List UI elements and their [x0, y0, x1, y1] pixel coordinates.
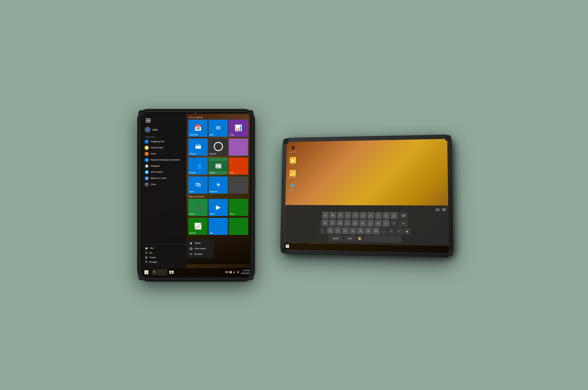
- svg-rect-8: [286, 244, 287, 246]
- new-folder-icon: 📂: [289, 170, 296, 176]
- start-button[interactable]: [142, 268, 151, 277]
- tile-onenote[interactable]: One...: [229, 158, 248, 175]
- key-b[interactable]: b: [357, 227, 364, 234]
- app-item-rdc[interactable]: 🖥 Remote Desktop Connection: [142, 157, 187, 163]
- tile-search[interactable]: Search: [209, 139, 228, 156]
- scene: 👤 adm Most used ✂ Snipping Tool 📝 Sticky…: [0, 0, 588, 390]
- key-ctrl[interactable]: Ctrl: [344, 235, 355, 242]
- key-o[interactable]: o: [383, 212, 390, 219]
- app-item-stickynotes[interactable]: 📝 Sticky Notes: [142, 145, 187, 151]
- file-explorer-item[interactable]: 📁 File: [142, 246, 187, 251]
- key-t[interactable]: t: [352, 212, 359, 218]
- tile-xbox[interactable]: Xbox: [229, 199, 248, 216]
- key-d[interactable]: d: [337, 219, 343, 226]
- tile-news[interactable]: 📰 News: [209, 158, 228, 175]
- app-item-alarms[interactable]: ⏰ Alarms & Clock: [142, 175, 187, 181]
- settings-item[interactable]: ⚙ Se...: [142, 251, 187, 255]
- key-h[interactable]: h: [360, 220, 366, 226]
- key-emoji[interactable]: 😊: [356, 235, 363, 242]
- tray-icon-wifi: 📶: [229, 271, 232, 273]
- tile-sports[interactable]: Spo...: [209, 218, 228, 235]
- desktop-icon-dolphin[interactable]: 🐬 Dolphin: [288, 183, 296, 192]
- app-item-notepad[interactable]: 📄 Notepad: [142, 163, 187, 169]
- hamburger-menu-icon[interactable]: [145, 117, 152, 124]
- news-tile-preview: 📰: [209, 161, 228, 171]
- key-w[interactable]: w: [330, 212, 336, 218]
- snipping-tool-icon: ✂: [145, 139, 149, 144]
- taskbar-search-input[interactable]: [152, 269, 167, 275]
- tile-misc2[interactable]: [229, 218, 248, 235]
- tile-proj[interactable]: 📊 Proj...: [229, 120, 248, 137]
- tile-music[interactable]: 🎧 Music: [188, 199, 208, 216]
- key-z[interactable]: z: [327, 227, 334, 234]
- key-right-arrow[interactable]: >: [396, 228, 403, 235]
- desktop-icon-newfolder[interactable]: 📂 New folder: [288, 170, 297, 179]
- key-shift[interactable]: ↑: [319, 227, 326, 233]
- tile-weather[interactable]: ☀ Weather: [209, 176, 228, 194]
- sleep-option[interactable]: ◑ Sleep: [187, 240, 214, 246]
- svg-rect-11: [288, 246, 289, 248]
- key-q[interactable]: q: [322, 212, 329, 218]
- app-item-snipping[interactable]: ✂ Snipping Tool: [142, 139, 187, 145]
- key-backspace[interactable]: ⌫: [398, 212, 408, 219]
- shutdown-label: Shut down: [194, 247, 206, 250]
- tile-calendar[interactable]: 📅 Calendar: [188, 120, 208, 137]
- keyboard-row-4: &123 Ctrl 😊: [286, 234, 447, 243]
- tile-money[interactable]: 📈 Money: [188, 218, 208, 235]
- people-tile-label: People: [189, 172, 196, 174]
- key-e[interactable]: e: [337, 212, 344, 218]
- key-y[interactable]: y: [360, 212, 367, 219]
- key-j[interactable]: j: [367, 220, 374, 227]
- key-v[interactable]: v: [349, 227, 356, 234]
- key-r[interactable]: r: [345, 212, 351, 218]
- shutdown-option[interactable]: ⏻ Shut down: [187, 246, 214, 251]
- key-space[interactable]: [364, 235, 401, 242]
- tile-people[interactable]: 👥 People: [188, 158, 208, 175]
- key-k[interactable]: k: [375, 220, 382, 227]
- key-n[interactable]: n: [365, 227, 371, 234]
- restart-option[interactable]: ↺ Restart: [187, 251, 214, 257]
- key-g[interactable]: g: [352, 219, 359, 226]
- tile-mail[interactable]: ✉ Mail: [209, 120, 228, 137]
- app-item-xps[interactable]: 📃 XPS Viewer: [142, 169, 187, 175]
- new-folder-label: New folder: [288, 177, 296, 179]
- scan-label: Scan: [151, 183, 156, 186]
- task-view-button[interactable]: [168, 269, 175, 275]
- user-section[interactable]: 👤 adm: [142, 125, 187, 135]
- key-l[interactable]: l: [383, 220, 389, 227]
- osk-minimize-button[interactable]: —: [435, 208, 440, 211]
- app-item-paint[interactable]: 🎨 Paint: [142, 151, 187, 157]
- recycle-bin-label: Recycle Bin: [289, 151, 297, 153]
- tile-video[interactable]: ▶ Video: [209, 199, 228, 216]
- tile-store[interactable]: 🛍 Store: [188, 176, 208, 194]
- key-layout[interactable]: ⊞: [404, 228, 411, 235]
- desktop-icon-tpe[interactable]: 📁 TPE: [288, 157, 297, 166]
- sleep-label: Sleep: [194, 242, 201, 244]
- key-question[interactable]: ?: [390, 220, 398, 227]
- key-m[interactable]: m: [372, 227, 379, 234]
- tiles-section2-label: Play and Explore: [188, 195, 248, 198]
- key-c[interactable]: c: [342, 227, 349, 234]
- all-apps-label: All apps: [149, 261, 157, 263]
- key-num-sym[interactable]: &123: [328, 235, 343, 242]
- key-s[interactable]: s: [329, 219, 336, 226]
- tile-extra[interactable]: [229, 139, 248, 156]
- all-apps-item[interactable]: ☰ All apps: [142, 260, 187, 264]
- key-a[interactable]: a: [322, 219, 328, 226]
- key-x[interactable]: x: [334, 227, 341, 234]
- scan-icon: 📷: [145, 182, 149, 187]
- key-enter[interactable]: ↵: [398, 220, 408, 227]
- tile-misc[interactable]: [229, 176, 248, 194]
- desktop-start-button[interactable]: [285, 243, 291, 249]
- osk-close-button[interactable]: ✕: [442, 208, 446, 211]
- app-item-scan[interactable]: 📷 Scan: [142, 181, 187, 188]
- key-p[interactable]: p: [391, 212, 398, 219]
- key-i[interactable]: i: [375, 212, 382, 219]
- power-item[interactable]: ⏻ Power: [142, 255, 187, 260]
- key-left-arrow[interactable]: <: [388, 228, 395, 235]
- key-comma[interactable]: ,: [380, 228, 387, 235]
- key-u[interactable]: u: [368, 212, 374, 219]
- key-f[interactable]: f: [344, 219, 351, 226]
- desktop-icon-recycle[interactable]: 🗑 Recycle Bin: [289, 144, 297, 153]
- tile-photos[interactable]: 🏔 Photos: [188, 139, 208, 156]
